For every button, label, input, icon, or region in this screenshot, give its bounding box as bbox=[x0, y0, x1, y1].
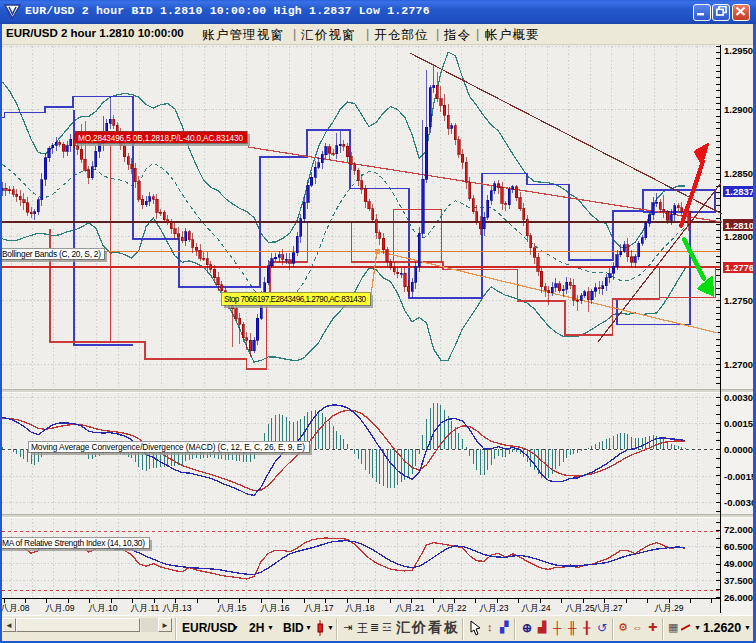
svg-text:八月.22: 八月.22 bbox=[436, 603, 466, 613]
svg-text:八月.24: 八月.24 bbox=[520, 603, 550, 613]
svg-text:60.500: 60.500 bbox=[724, 541, 753, 552]
svg-text:八月.09: 八月.09 bbox=[44, 603, 74, 613]
svg-text:八月.18: 八月.18 bbox=[344, 603, 374, 613]
svg-text:Moving Average Convergence/Div: Moving Average Convergence/Divergence (M… bbox=[31, 442, 305, 452]
svg-text:1.2837: 1.2837 bbox=[725, 186, 754, 197]
svg-text:八月.08: 八月.08 bbox=[0, 603, 30, 613]
svg-text:1.2750: 1.2750 bbox=[724, 295, 753, 306]
svg-text:八月.11: 八月.11 bbox=[130, 603, 160, 613]
svg-text:0.0000: 0.0000 bbox=[724, 444, 753, 455]
svg-text:-0.0015: -0.0015 bbox=[724, 471, 756, 482]
svg-text:1.2900: 1.2900 bbox=[724, 104, 753, 115]
svg-text:0.0015: 0.0015 bbox=[724, 418, 754, 429]
svg-text:49.000: 49.000 bbox=[724, 558, 753, 569]
svg-text:八月.21: 八月.21 bbox=[394, 603, 424, 613]
svg-text:1.2950: 1.2950 bbox=[724, 45, 753, 56]
svg-text:0.0030: 0.0030 bbox=[724, 392, 753, 403]
svg-text:八月.15: 八月.15 bbox=[216, 603, 246, 613]
svg-text:八月.13: 八月.13 bbox=[161, 603, 191, 613]
svg-text:八月.23: 八月.23 bbox=[478, 603, 508, 613]
svg-text:MA of Relative Strength Index: MA of Relative Strength Index (14, 10,30… bbox=[2, 538, 145, 548]
svg-text:MO,2843496,5 0B,1.2818,P/L-40.: MO,2843496,5 0B,1.2818,P/L-40.0,AC.83143… bbox=[78, 134, 243, 143]
svg-text:-0.0030: -0.0030 bbox=[724, 497, 756, 508]
svg-text:八月.27: 八月.27 bbox=[592, 603, 622, 613]
svg-text:72.000: 72.000 bbox=[724, 524, 753, 535]
svg-text:八月.17: 八月.17 bbox=[303, 603, 333, 613]
svg-text:Bollinger Bands (C, 20, S, 2): Bollinger Bands (C, 20, S, 2) bbox=[2, 249, 101, 259]
svg-text:37.500: 37.500 bbox=[724, 575, 753, 586]
svg-text:1.2810: 1.2810 bbox=[725, 220, 754, 231]
svg-text:八月.10: 八月.10 bbox=[87, 603, 117, 613]
svg-text:八月.25: 八月.25 bbox=[564, 603, 594, 613]
svg-text:1.2800: 1.2800 bbox=[724, 231, 753, 242]
svg-text:26.000: 26.000 bbox=[724, 592, 753, 603]
svg-text:1.2850: 1.2850 bbox=[724, 168, 753, 179]
svg-text:Stop 7066197,E2843496,1.2790,A: Stop 7066197,E2843496,1.2790,AC.831430 bbox=[224, 295, 366, 304]
svg-text:八月.16: 八月.16 bbox=[259, 603, 289, 613]
svg-text:1.2700: 1.2700 bbox=[724, 359, 753, 370]
svg-text:1.2776: 1.2776 bbox=[725, 262, 754, 273]
svg-text:八月.29: 八月.29 bbox=[653, 603, 683, 613]
